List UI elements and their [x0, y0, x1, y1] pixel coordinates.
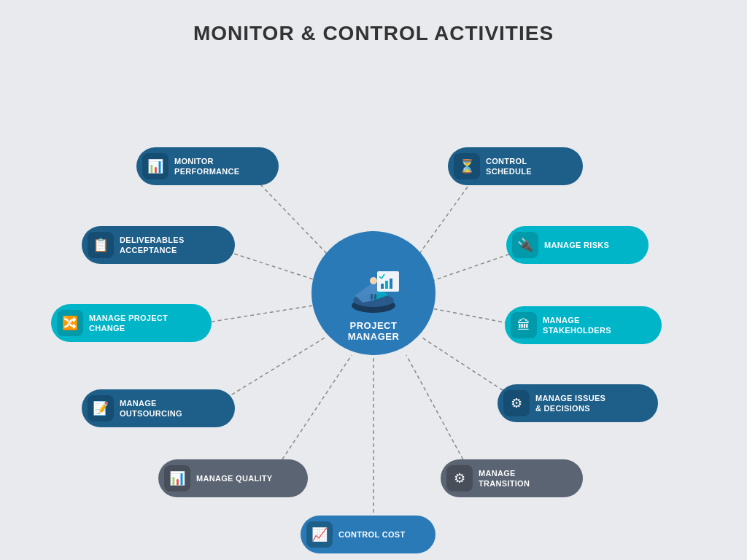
svg-line-4 — [198, 304, 322, 324]
control-schedule-label: CONTROLSCHEDULE — [486, 156, 532, 177]
node-manage-issues[interactable]: ⚙ MANAGE ISSUES& DECISIONS — [498, 384, 658, 422]
manage-project-change-icon: 🔀 — [57, 310, 83, 336]
page-title: MONITOR & CONTROL ACTIVITIES — [193, 22, 554, 45]
manage-risks-icon: 🔌 — [512, 232, 538, 258]
manage-transition-icon: ⚙ — [446, 465, 473, 491]
node-manage-outsourcing[interactable]: 📝 MANAGEOUTSOURCING — [82, 389, 235, 427]
svg-rect-23 — [374, 294, 376, 300]
center-circle: PROJECT MANAGER — [311, 231, 436, 355]
control-cost-label: CONTROL COST — [338, 529, 405, 540]
manage-transition-label: MANAGETRANSITION — [479, 468, 530, 489]
center-label: PROJECT MANAGER — [348, 320, 400, 342]
control-cost-icon: 📈 — [306, 521, 333, 548]
svg-point-21 — [370, 277, 377, 284]
control-schedule-icon: ⏳ — [454, 153, 480, 179]
svg-rect-22 — [371, 294, 373, 300]
manage-quality-icon: 📊 — [164, 465, 190, 491]
svg-rect-20 — [370, 284, 377, 295]
node-deliverables-acceptance[interactable]: 📋 DELIVERABLESACCEPTANCE — [82, 226, 235, 264]
node-manage-project-change[interactable]: 🔀 MANAGE PROJECTCHANGE — [51, 304, 212, 342]
manage-project-change-label: MANAGE PROJECTCHANGE — [89, 313, 168, 334]
node-control-cost[interactable]: 📈 CONTROL COST — [301, 516, 436, 553]
manage-outsourcing-icon: 📝 — [88, 395, 114, 421]
svg-rect-16 — [385, 281, 388, 289]
manage-stakeholders-label: MANAGESTAKEHOLDERS — [543, 315, 611, 336]
svg-rect-15 — [381, 284, 384, 289]
manage-stakeholders-icon: 🏛 — [511, 312, 537, 338]
manage-issues-label: MANAGE ISSUES& DECISIONS — [535, 393, 605, 414]
deliverables-acceptance-icon: 📋 — [88, 232, 114, 258]
center-figure-svg — [341, 260, 406, 319]
node-manage-quality[interactable]: 📊 MANAGE QUALITY — [158, 459, 308, 497]
manage-risks-label: MANAGE RISKS — [544, 240, 609, 250]
monitor-performance-label: MONITORPERFORMANCE — [174, 156, 239, 177]
node-manage-stakeholders[interactable]: 🏛 MANAGESTAKEHOLDERS — [505, 306, 662, 344]
node-manage-transition[interactable]: ⚙ MANAGETRANSITION — [441, 459, 583, 497]
manage-outsourcing-label: MANAGEOUTSOURCING — [120, 398, 182, 419]
node-manage-risks[interactable]: 🔌 MANAGE RISKS — [506, 226, 649, 264]
svg-rect-17 — [390, 279, 392, 289]
deliverables-acceptance-label: DELIVERABLESACCEPTANCE — [120, 235, 185, 256]
node-control-schedule[interactable]: ⏳ CONTROLSCHEDULE — [448, 147, 583, 185]
manage-issues-icon: ⚙ — [503, 390, 530, 416]
monitor-performance-icon: 📊 — [142, 153, 169, 179]
node-monitor-performance[interactable]: 📊 MONITORPERFORMANCE — [136, 147, 279, 185]
manage-quality-label: MANAGE QUALITY — [196, 473, 272, 483]
diagram-container: PROJECT MANAGER 📊 MONITORPERFORMANCE ⏳ C… — [23, 52, 724, 534]
